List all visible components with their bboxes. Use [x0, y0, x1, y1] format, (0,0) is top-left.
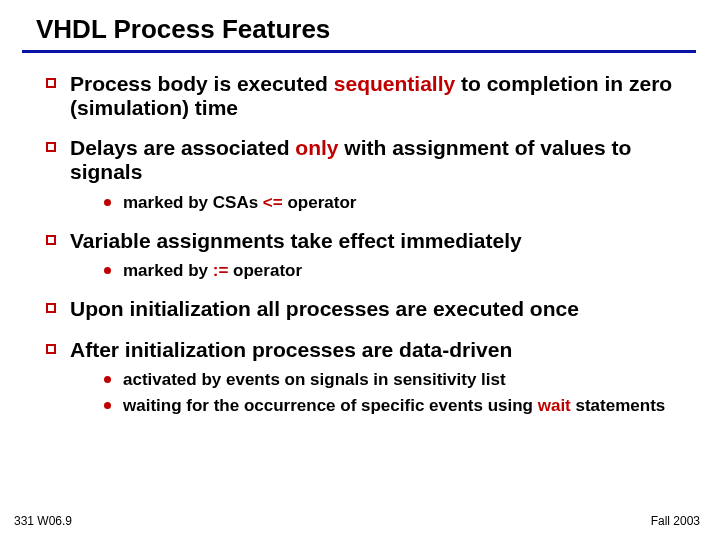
text-fragment: Delays are associated — [70, 136, 295, 159]
circle-bullet-icon — [104, 402, 111, 409]
bullet-3-sub: marked by := operator — [104, 261, 680, 281]
circle-bullet-icon — [104, 267, 111, 274]
square-bullet-icon — [46, 78, 56, 88]
bullet-5-sub-1-text: activated by events on signals in sensit… — [123, 370, 680, 390]
bullet-1-text: Process body is executed sequentially to… — [70, 72, 680, 120]
emphasis-text: := — [213, 261, 229, 280]
bullet-4-text: Upon initialization all processes are ex… — [70, 297, 680, 321]
bullet-3-sub-1-text: marked by := operator — [123, 261, 680, 281]
bullet-2-sub: marked by CSAs <= operator — [104, 193, 680, 213]
circle-bullet-icon — [104, 376, 111, 383]
bullet-1: Process body is executed sequentially to… — [46, 72, 680, 120]
bullet-2-sub-1-text: marked by CSAs <= operator — [123, 193, 680, 213]
text-fragment: Process body is executed — [70, 72, 334, 95]
bullet-5: After initialization processes are data-… — [46, 338, 680, 362]
emphasis-text: <= — [263, 193, 283, 212]
title-underline — [22, 50, 696, 53]
bullet-3: Variable assignments take effect immedia… — [46, 229, 680, 253]
square-bullet-icon — [46, 235, 56, 245]
bullet-5-sub-2-text: waiting for the occurrence of specific e… — [123, 396, 680, 416]
bullet-5-text: After initialization processes are data-… — [70, 338, 680, 362]
bullet-3-sub-1: marked by := operator — [104, 261, 680, 281]
square-bullet-icon — [46, 303, 56, 313]
bullet-5-sub-1: activated by events on signals in sensit… — [104, 370, 680, 390]
bullet-2-sub-1: marked by CSAs <= operator — [104, 193, 680, 213]
slide: VHDL Process Features Process body is ex… — [0, 0, 720, 540]
content-area: Process body is executed sequentially to… — [46, 72, 680, 433]
circle-bullet-icon — [104, 199, 111, 206]
emphasis-text: only — [295, 136, 338, 159]
text-fragment: waiting for the occurrence of specific e… — [123, 396, 538, 415]
footer-right: Fall 2003 — [651, 514, 700, 528]
emphasis-text: sequentially — [334, 72, 455, 95]
bullet-3-text: Variable assignments take effect immedia… — [70, 229, 680, 253]
bullet-2: Delays are associated only with assignme… — [46, 136, 680, 184]
text-fragment: operator — [283, 193, 357, 212]
bullet-5-sub: activated by events on signals in sensit… — [104, 370, 680, 417]
square-bullet-icon — [46, 142, 56, 152]
text-fragment: statements — [571, 396, 665, 415]
text-fragment: marked by — [123, 261, 213, 280]
text-fragment: marked by CSAs — [123, 193, 263, 212]
bullet-4: Upon initialization all processes are ex… — [46, 297, 680, 321]
bullet-5-sub-2: waiting for the occurrence of specific e… — [104, 396, 680, 416]
emphasis-text: wait — [538, 396, 571, 415]
bullet-2-text: Delays are associated only with assignme… — [70, 136, 680, 184]
text-fragment: operator — [228, 261, 302, 280]
footer-left: 331 W06.9 — [14, 514, 72, 528]
slide-title: VHDL Process Features — [36, 14, 330, 45]
square-bullet-icon — [46, 344, 56, 354]
